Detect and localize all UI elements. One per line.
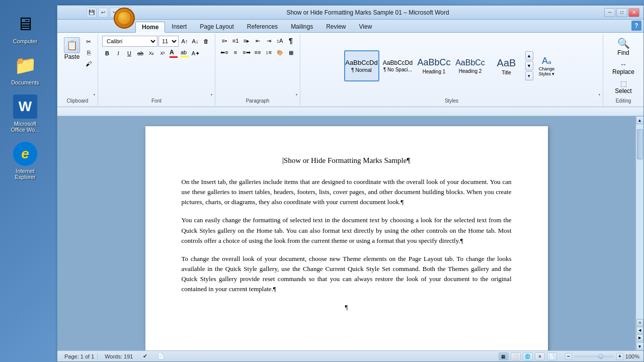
help-button[interactable]: ?	[631, 21, 641, 31]
title-bar: 💾 ↩ ↪ ▾ Show or Hide Formatting Marks Sa…	[57, 6, 643, 20]
desktop-icon-computer[interactable]: 🖥 Computer	[5, 10, 45, 46]
style-no-spacing-label: ¶ No Spaci...	[383, 67, 412, 72]
font-expand-icon[interactable]: ⬧	[210, 92, 213, 97]
office-button[interactable]	[114, 8, 135, 29]
zoom-out-button[interactable]: −	[565, 353, 572, 360]
document-page[interactable]: Show or Hide Formatting Marks Sample¶ On…	[145, 126, 548, 350]
scroll-prev-button[interactable]: ◀	[636, 327, 643, 334]
scroll-select-browse-button[interactable]: ⊙	[636, 319, 643, 326]
desktop-icon-documents[interactable]: 📁 Documents	[5, 51, 45, 87]
tab-view[interactable]: View	[353, 21, 379, 32]
font-size-select[interactable]: 11	[158, 36, 179, 47]
style-heading1[interactable]: AaBbCc Heading 1	[417, 50, 452, 81]
underline-button[interactable]: U	[124, 48, 134, 58]
select-label: Select	[615, 87, 631, 95]
spell-check-indicator[interactable]: ✔	[140, 353, 150, 359]
tab-insert[interactable]: Insert	[165, 21, 193, 32]
replace-button[interactable]: ↔ Replace	[611, 59, 636, 77]
qat-save-button[interactable]: 💾	[87, 8, 97, 18]
style-heading2[interactable]: AaBbCc Heading 2	[453, 50, 488, 81]
tab-references[interactable]: References	[240, 21, 284, 32]
desktop-icon-ie[interactable]: e Internet Explorer	[5, 140, 45, 182]
shading-button[interactable]: 🎨	[275, 47, 285, 57]
scroll-up-button[interactable]: ▲	[636, 116, 644, 124]
multilevel-list-button[interactable]: ≡▸	[242, 36, 252, 46]
restore-button[interactable]: □	[616, 8, 627, 17]
italic-button[interactable]: I	[113, 48, 123, 58]
styles-scroll-down-button[interactable]: ▼	[525, 61, 533, 70]
tab-page-layout[interactable]: Page Layout	[193, 21, 240, 32]
scroll-next-button[interactable]: ▶	[636, 334, 643, 341]
sort-button[interactable]: ↕A	[275, 36, 285, 46]
outline-view-button[interactable]: ≡	[535, 352, 545, 360]
find-button[interactable]: 🔍 Find	[611, 36, 636, 58]
style-normal[interactable]: AaBbCcDd ¶ Normal	[344, 50, 379, 81]
full-screen-view-button[interactable]: ⬜	[511, 352, 521, 360]
borders-button[interactable]: ▦	[286, 47, 296, 57]
replace-icon: ↔	[620, 60, 627, 68]
change-styles-button[interactable]: Aₐ ChangeStyles ▾	[534, 54, 559, 78]
line-spacing-button[interactable]: ↕≡	[264, 47, 274, 57]
increase-indent-button[interactable]: ⇥	[264, 36, 274, 46]
zoom-slider[interactable]	[574, 355, 614, 357]
find-icon: 🔍	[617, 37, 630, 49]
show-formatting-button[interactable]: ¶	[286, 36, 296, 46]
main-area: Show or Hide Formatting Marks Sample¶ On…	[57, 107, 643, 350]
scroll-down-button[interactable]: ▼	[636, 342, 644, 350]
qat-undo-button[interactable]: ↩	[98, 8, 108, 18]
styles-group: AaBbCcDd ¶ Normal AaBbCcDd ¶ No Spaci...…	[300, 34, 603, 106]
zoom-in-button[interactable]: +	[616, 353, 623, 360]
paragraph-label: Paragraph	[218, 97, 297, 105]
bullets-button[interactable]: ≡•	[219, 36, 229, 46]
zoom-thumb[interactable]	[598, 354, 603, 359]
font-size-decrease-button[interactable]: A↓	[190, 36, 200, 46]
superscript-button[interactable]: X²	[157, 48, 168, 58]
copy-button[interactable]: ⎘	[84, 48, 94, 58]
text-effects-button[interactable]: A✦	[191, 48, 201, 58]
font-size-increase-button[interactable]: A↑	[180, 36, 190, 46]
styles-label: Styles	[303, 97, 600, 105]
style-title[interactable]: AaB Title	[489, 50, 524, 81]
vertical-scrollbar: ▲ ⊙ ◀ ▶ ▼	[635, 116, 643, 350]
scrollbar-track[interactable]	[636, 124, 643, 318]
clipboard-expand-icon[interactable]: ⬧	[93, 92, 96, 97]
styles-scroll-up-button[interactable]: ▲	[525, 51, 533, 60]
numbering-button[interactable]: ≡1	[230, 36, 240, 46]
select-button[interactable]: ⬚ Select	[611, 78, 636, 96]
close-button[interactable]: ✕	[628, 8, 639, 17]
print-layout-view-button[interactable]: ▦	[499, 352, 509, 360]
minimize-button[interactable]: ─	[604, 8, 615, 17]
document-area[interactable]: Show or Hide Formatting Marks Sample¶ On…	[57, 116, 635, 350]
format-painter-button[interactable]: 🖌	[84, 59, 94, 69]
scrollbar-thumb[interactable]	[637, 129, 643, 159]
decrease-indent-button[interactable]: ⇤	[253, 36, 263, 46]
align-right-button[interactable]: ≡➡	[242, 47, 252, 57]
align-left-button[interactable]: ⬅≡	[219, 47, 229, 57]
tab-mailings[interactable]: Mailings	[284, 21, 319, 32]
status-bar: Page: 1 of 1 Words: 191 ✔ 📄 ▦ ⬜ 🌐 ≡ 📄 − …	[57, 350, 643, 361]
paste-button[interactable]: 📋 Paste	[61, 36, 83, 62]
highlight-color-button[interactable]: ab	[180, 48, 190, 58]
style-heading2-label: Heading 2	[459, 68, 482, 74]
clear-formatting-button[interactable]: 🗑	[201, 36, 211, 46]
track-changes-indicator[interactable]: 📄	[154, 353, 168, 359]
tab-review[interactable]: Review	[319, 21, 352, 32]
styles-expand-icon[interactable]: ⬧	[598, 92, 601, 97]
cut-button[interactable]: ✂	[84, 37, 94, 47]
tab-home[interactable]: Home	[135, 22, 165, 33]
bold-button[interactable]: B	[102, 48, 112, 58]
paste-icon: 📋	[64, 37, 80, 53]
subscript-button[interactable]: X₂	[146, 48, 156, 58]
strikethrough-button[interactable]: ab	[135, 48, 145, 58]
align-center-button[interactable]: ≡	[230, 47, 240, 57]
desktop-icon-word[interactable]: W Microsoft Office Wo...	[5, 93, 45, 135]
draft-view-button[interactable]: 📄	[547, 352, 557, 360]
font-name-select[interactable]: Calibri	[102, 36, 157, 47]
web-layout-view-button[interactable]: 🌐	[523, 352, 533, 360]
paragraph-expand-icon[interactable]: ⬧	[295, 92, 298, 97]
styles-expand-button[interactable]: ▾	[525, 71, 533, 80]
font-color-button[interactable]: A	[169, 48, 179, 58]
style-no-spacing[interactable]: AaBbCcDd ¶ No Spaci...	[380, 50, 416, 81]
justify-button[interactable]: ≡≡	[253, 47, 263, 57]
change-styles-label: ChangeStyles ▾	[538, 66, 554, 76]
